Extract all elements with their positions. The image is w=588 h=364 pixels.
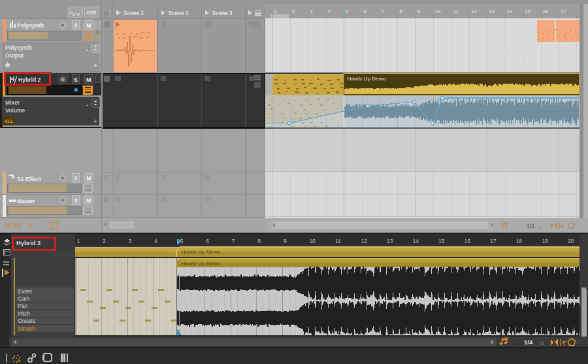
svg-text:1: 1: [77, 238, 80, 244]
svg-text:2: 2: [292, 8, 295, 14]
svg-text:7: 7: [232, 238, 235, 244]
svg-text:E: E: [563, 340, 566, 346]
svg-text:1/1: 1/1: [527, 223, 535, 229]
svg-text:Handz Up Demo: Handz Up Demo: [348, 76, 387, 82]
svg-text:14: 14: [507, 8, 513, 14]
svg-text:Polysynth: Polysynth: [17, 22, 44, 29]
svg-text:17: 17: [490, 238, 497, 244]
svg-text:S: S: [74, 22, 78, 29]
svg-text:8: 8: [399, 8, 402, 14]
svg-text:S: S: [74, 175, 78, 182]
svg-text:18: 18: [516, 238, 523, 244]
svg-text:10: 10: [309, 238, 316, 244]
svg-text:Handz Up Demo: Handz Up Demo: [182, 261, 221, 267]
svg-text:5: 5: [180, 238, 184, 244]
svg-text:15: 15: [438, 238, 445, 244]
svg-text:7: 7: [382, 8, 384, 14]
svg-text:w: w: [76, 12, 80, 16]
svg-text:4: 4: [154, 238, 157, 244]
svg-text:17: 17: [561, 8, 566, 14]
svg-text:13: 13: [387, 238, 393, 244]
svg-text:Gain: Gain: [18, 295, 30, 302]
svg-text:+: +: [93, 61, 97, 69]
svg-text:st: st: [539, 225, 542, 229]
svg-text:10: 10: [435, 8, 441, 14]
svg-text:Scene 1: Scene 1: [123, 10, 144, 16]
svg-text:S1 Effect: S1 Effect: [17, 176, 41, 182]
svg-text:+: +: [93, 117, 97, 125]
svg-text:Scene 3: Scene 3: [212, 10, 233, 16]
svg-text:15: 15: [525, 8, 531, 14]
svg-text:-: -: [86, 101, 88, 108]
svg-text:Master: Master: [17, 198, 35, 205]
svg-text:3: 3: [129, 238, 132, 244]
svg-text:Stretch: Stretch: [18, 325, 36, 332]
svg-text:12: 12: [361, 238, 368, 244]
svg-text:16: 16: [543, 8, 549, 14]
svg-text:3: 3: [310, 8, 312, 14]
svg-text:14: 14: [413, 238, 419, 244]
svg-text:8: 8: [257, 238, 261, 244]
svg-text:Volume: Volume: [5, 107, 25, 114]
svg-text:9: 9: [284, 238, 287, 244]
svg-text:Hybrid 2: Hybrid 2: [16, 240, 41, 246]
svg-text:19: 19: [542, 238, 548, 244]
svg-text:20: 20: [568, 238, 574, 244]
svg-text:Hybrid 2: Hybrid 2: [18, 76, 41, 83]
svg-text:16: 16: [465, 238, 471, 244]
svg-text:M: M: [86, 175, 91, 182]
svg-text:11: 11: [453, 8, 459, 14]
svg-text:6: 6: [206, 238, 209, 244]
svg-text:ALL: ALL: [5, 119, 13, 124]
svg-text:12: 12: [471, 8, 477, 14]
svg-text:5: 5: [346, 8, 349, 14]
svg-text:6: 6: [364, 8, 367, 14]
svg-text:Pan: Pan: [18, 303, 28, 309]
svg-text:M: M: [86, 197, 91, 204]
svg-text:-: -: [86, 46, 88, 54]
svg-text:M: M: [86, 76, 91, 83]
svg-text:13: 13: [489, 8, 495, 14]
svg-text:M: M: [86, 22, 91, 29]
svg-text:9: 9: [417, 8, 420, 14]
svg-text:Scene 2: Scene 2: [169, 10, 189, 16]
svg-text:11: 11: [335, 238, 341, 244]
svg-text:st: st: [540, 341, 544, 346]
svg-text:Pitch: Pitch: [18, 310, 31, 317]
svg-text:1: 1: [274, 8, 278, 14]
svg-text:Event: Event: [18, 288, 33, 295]
svg-text:E: E: [561, 223, 564, 229]
svg-text:OVR: OVR: [87, 10, 97, 15]
svg-text:2: 2: [103, 238, 106, 244]
svg-text:Polysynth: Polysynth: [5, 44, 32, 51]
svg-text:S: S: [74, 197, 78, 204]
svg-text:S: S: [74, 76, 78, 83]
svg-text:Output: Output: [5, 52, 24, 59]
svg-text:Mixer: Mixer: [5, 99, 20, 106]
svg-text:1/4: 1/4: [524, 339, 533, 346]
svg-text:Onsets: Onsets: [18, 318, 35, 324]
svg-text:4: 4: [328, 8, 331, 14]
svg-text:Handz Up Demo: Handz Up Demo: [182, 249, 221, 255]
